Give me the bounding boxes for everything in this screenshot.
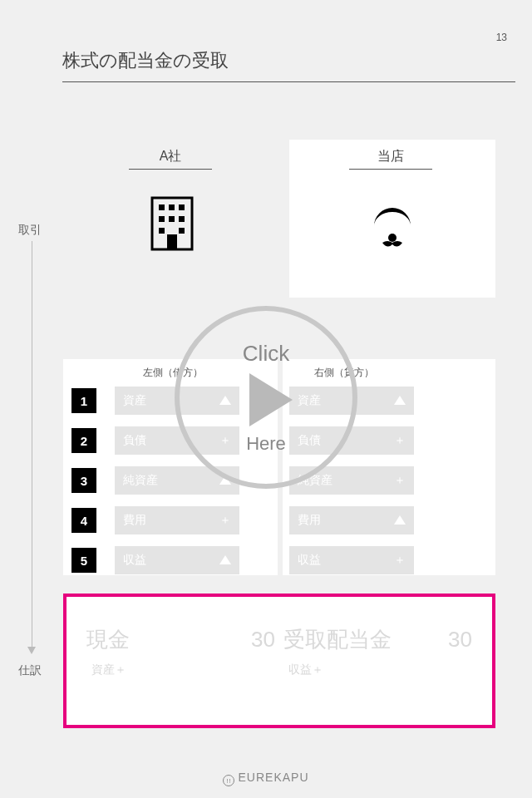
page-title: 株式の配当金の受取 <box>62 48 515 82</box>
row-number: 1 <box>71 388 96 413</box>
title-block: 株式の配当金の受取 <box>62 48 515 82</box>
entity-a-label: A社 <box>129 148 212 170</box>
play-overlay-button[interactable]: Click Here <box>175 306 357 489</box>
journal-credit: 受取配当金 30 収益＋ <box>283 625 472 717</box>
row-number: 4 <box>71 508 96 533</box>
triangle-up-icon <box>219 554 231 567</box>
cell-label: 収益 <box>298 553 321 568</box>
flow-arrow-line <box>32 241 32 648</box>
play-overlay-text-bottom: Here <box>246 433 286 455</box>
svg-rect-7 <box>159 228 165 234</box>
footer-brand: !!EUREKAPU <box>0 771 532 786</box>
side-label-journal: 仕訳 <box>18 663 42 678</box>
svg-point-10 <box>388 234 397 242</box>
credit-cell[interactable]: 費用 <box>289 506 414 534</box>
brand-name: EUREKAPU <box>238 771 308 784</box>
journal-debit-account: 現金 <box>86 625 130 654</box>
svg-rect-3 <box>179 204 185 210</box>
plus-icon: ＋ <box>394 553 406 568</box>
journal-credit-amount: 30 <box>448 627 472 653</box>
person-icon <box>366 201 419 254</box>
credit-cell[interactable]: 収益＋ <box>289 546 414 574</box>
debit-cell[interactable]: 収益 <box>115 546 239 574</box>
side-label-transaction: 取引 <box>18 223 42 238</box>
journal-debit: 現金 30 資産＋ <box>86 625 275 717</box>
category-row: 4費用＋費用 <box>71 502 487 539</box>
journal-debit-sub: 資産＋ <box>86 663 275 677</box>
svg-rect-8 <box>179 228 185 234</box>
plus-icon: ＋ <box>394 473 406 488</box>
journal-credit-account: 受取配当金 <box>283 625 392 654</box>
svg-rect-1 <box>159 204 165 210</box>
plus-icon: ＋ <box>394 433 406 448</box>
row-number: 2 <box>71 428 96 453</box>
play-icon <box>249 373 293 426</box>
plus-icon: ＋ <box>219 513 231 528</box>
journal-credit-sub: 収益＋ <box>283 663 472 677</box>
entity-store-label: 当店 <box>349 148 432 170</box>
cell-label: 負債 <box>123 433 146 448</box>
page-number: 13 <box>496 32 507 43</box>
cell-label: 純資産 <box>123 473 158 488</box>
row-number: 3 <box>71 468 96 493</box>
journal-debit-amount: 30 <box>251 627 275 653</box>
row-number: 5 <box>71 548 96 573</box>
brand-logo-icon: !! <box>223 775 234 786</box>
category-row: 5収益収益＋ <box>71 542 487 579</box>
building-icon <box>150 196 194 251</box>
flow-arrow-head-icon <box>27 647 36 654</box>
svg-rect-9 <box>167 234 177 249</box>
svg-rect-5 <box>169 216 175 222</box>
journal-entry-box: 現金 30 資産＋ 受取配当金 30 収益＋ <box>63 594 495 728</box>
svg-rect-6 <box>179 216 185 222</box>
cell-label: 収益 <box>123 553 146 568</box>
play-overlay-text-top: Click <box>243 341 289 367</box>
triangle-up-icon <box>394 394 406 407</box>
svg-rect-4 <box>159 216 165 222</box>
svg-rect-2 <box>169 204 175 210</box>
cell-label: 資産 <box>123 393 146 408</box>
debit-cell[interactable]: 費用＋ <box>115 506 239 534</box>
cell-label: 費用 <box>123 513 146 528</box>
cell-label: 費用 <box>298 513 321 528</box>
triangle-up-icon <box>394 514 406 527</box>
